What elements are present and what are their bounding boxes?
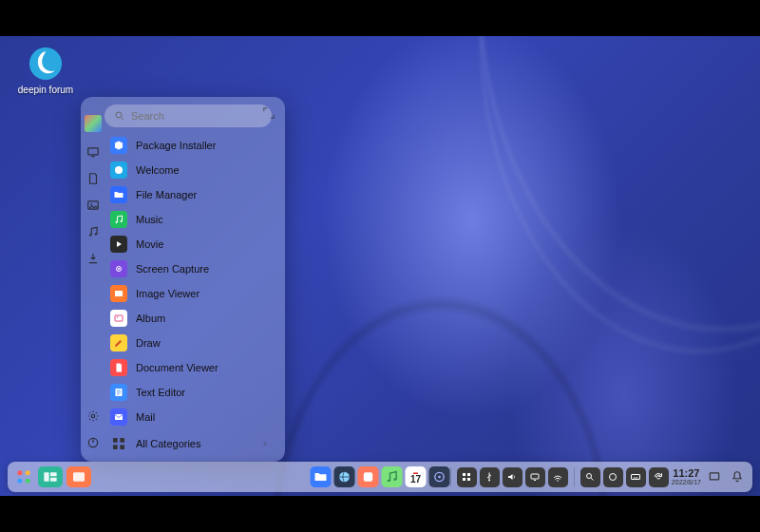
svg-point-4 xyxy=(90,203,92,205)
svg-rect-16 xyxy=(115,291,123,296)
svg-point-12 xyxy=(121,220,123,222)
svg-rect-24 xyxy=(120,445,124,449)
svg-rect-1 xyxy=(87,148,98,155)
launcher-app-label: Mail xyxy=(136,411,155,423)
svg-point-38 xyxy=(438,476,441,479)
launcher-app-welcome[interactable]: Welcome xyxy=(104,158,276,182)
dock-clock[interactable]: 11:27 2022/8/17 xyxy=(672,468,701,485)
dock-workspace-button[interactable] xyxy=(66,466,91,487)
package-installer-icon xyxy=(110,137,127,154)
tray-grid-icon[interactable] xyxy=(457,467,477,487)
tray-display-icon[interactable] xyxy=(525,467,545,487)
svg-rect-50 xyxy=(710,473,718,480)
launcher-app-file-manager[interactable]: File Manager xyxy=(104,182,276,207)
launcher-side-monitor-icon[interactable] xyxy=(86,145,100,159)
launcher-app-label: Movie xyxy=(136,238,163,250)
launcher-side-download-icon[interactable] xyxy=(86,252,100,265)
launcher-app-image-viewer[interactable]: Image Viewer xyxy=(104,281,276,306)
launcher-side-settings-icon[interactable] xyxy=(86,409,100,423)
svg-point-47 xyxy=(587,474,592,479)
launcher-app-music[interactable]: Music xyxy=(104,207,276,232)
launcher-app-screen-capture[interactable]: Screen Capture xyxy=(104,256,276,281)
desktop-toggle-icon[interactable] xyxy=(704,467,724,487)
all-categories-label: All Categories xyxy=(136,438,200,449)
launcher-side-image-icon[interactable] xyxy=(86,199,100,212)
album-icon xyxy=(110,310,127,327)
launcher-app-label: File Manager xyxy=(136,189,197,200)
launcher-app-label: Package Installer xyxy=(136,140,216,151)
search-input[interactable] xyxy=(131,110,262,122)
svg-rect-39 xyxy=(463,473,466,476)
launcher-app-document-viewer[interactable]: Document Viewer xyxy=(104,355,276,380)
tray-volume-icon[interactable] xyxy=(503,467,522,487)
file-manager-icon xyxy=(110,186,127,203)
launcher-app-movie[interactable]: Movie xyxy=(104,232,276,256)
music-icon xyxy=(110,211,127,228)
search-box[interactable] xyxy=(104,104,272,127)
svg-rect-21 xyxy=(113,438,118,443)
launcher-app-album[interactable]: Album xyxy=(104,306,276,331)
launcher-app-label: Music xyxy=(136,214,163,225)
svg-point-46 xyxy=(558,480,560,482)
launcher-app-label: Image Viewer xyxy=(136,288,200,299)
launcher-app-mail[interactable]: Mail xyxy=(104,405,276,429)
dock-app-browser[interactable] xyxy=(334,466,355,487)
svg-point-5 xyxy=(88,234,90,236)
launcher-app-text-editor[interactable]: Text Editor xyxy=(104,380,276,405)
image-viewer-icon xyxy=(110,285,127,302)
svg-point-15 xyxy=(118,268,120,270)
svg-point-18 xyxy=(117,316,119,318)
launcher-app-draw[interactable]: Draw xyxy=(104,331,276,355)
clock-time: 11:27 xyxy=(673,468,699,479)
svg-rect-30 xyxy=(50,472,57,476)
launcher-app-label: Draw xyxy=(136,337,161,349)
svg-rect-49 xyxy=(632,475,640,480)
launcher-expand-button[interactable] xyxy=(262,106,276,120)
svg-rect-42 xyxy=(467,478,470,481)
svg-point-7 xyxy=(91,414,95,418)
dock-multitask-button[interactable] xyxy=(38,466,63,487)
chevron-right-icon xyxy=(260,439,270,448)
svg-point-26 xyxy=(26,470,30,475)
tray-keyboard-icon[interactable] xyxy=(626,467,646,487)
tray-search-icon[interactable] xyxy=(580,467,600,487)
dock-launcher-button[interactable] xyxy=(13,466,34,487)
dock-app-control-center[interactable] xyxy=(429,466,450,487)
tray-usb-icon[interactable] xyxy=(480,467,500,487)
launcher-app-label: Document Viewer xyxy=(136,362,218,373)
svg-point-25 xyxy=(17,470,22,475)
svg-point-11 xyxy=(116,221,118,223)
svg-rect-29 xyxy=(44,472,48,481)
dock-app-app-store[interactable] xyxy=(358,466,379,487)
dock-app-file-manager[interactable] xyxy=(311,466,332,487)
launcher-side-home-icon[interactable] xyxy=(85,115,102,132)
mail-icon xyxy=(110,408,127,426)
launcher-side-music-icon[interactable] xyxy=(86,225,100,238)
launcher-all-categories[interactable]: All Categories xyxy=(104,431,276,456)
svg-rect-44 xyxy=(531,474,539,479)
svg-rect-32 xyxy=(73,472,85,481)
tray-network-icon[interactable] xyxy=(548,467,568,487)
svg-point-28 xyxy=(26,479,30,484)
svg-rect-31 xyxy=(50,478,57,482)
svg-point-36 xyxy=(394,478,397,481)
svg-point-27 xyxy=(17,479,22,484)
desktop-shortcut-deepin-forum[interactable]: deepin forum xyxy=(17,46,74,95)
tray-refresh-icon[interactable] xyxy=(649,467,669,487)
launcher-side-document-icon[interactable] xyxy=(86,172,100,185)
launcher-app-label: Welcome xyxy=(136,164,180,176)
dock-app-music[interactable] xyxy=(382,466,403,487)
launcher-side-power-icon[interactable] xyxy=(86,436,100,449)
dock-divider xyxy=(450,467,451,486)
draw-icon xyxy=(110,334,127,352)
launcher-app-package-installer[interactable]: Package Installer xyxy=(104,133,276,158)
dock-app-calendar[interactable]: ▬17 xyxy=(406,466,427,487)
svg-marker-13 xyxy=(117,241,122,247)
dock-divider xyxy=(574,467,575,486)
movie-icon xyxy=(110,236,127,253)
welcome-icon xyxy=(110,162,127,179)
svg-rect-17 xyxy=(115,315,123,321)
notifications-icon[interactable] xyxy=(727,467,747,487)
tray-circle-icon[interactable] xyxy=(603,467,623,487)
clock-date: 2022/8/17 xyxy=(672,479,701,485)
